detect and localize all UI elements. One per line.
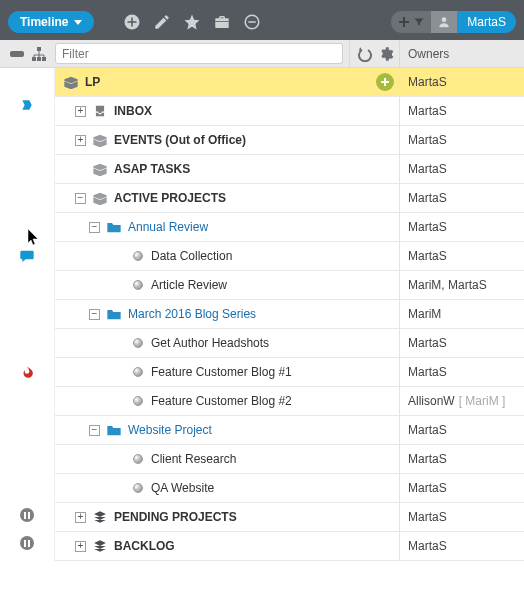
task-bullet-icon [133,251,143,261]
package-icon [92,133,108,147]
left-gutter [0,68,55,561]
row-label: Article Review [151,278,227,292]
timeline-label: Timeline [20,15,68,29]
task-bullet-icon [133,280,143,290]
tree-row[interactable]: + BACKLOG MartaS [55,532,524,561]
row-label: LP [85,75,100,89]
tree-row[interactable]: + EVENTS (Out of Office) MartaS [55,126,524,155]
timeline-dropdown[interactable]: Timeline [8,11,94,33]
tree-row[interactable]: ASAP TASKS MartaS [55,155,524,184]
expand-toggle[interactable]: + [75,512,86,523]
stack-icon [92,539,108,553]
tree-row-root[interactable]: LP MartaS [55,68,524,97]
collapse-toggle[interactable]: − [89,309,100,320]
stack-icon [92,510,108,524]
expand-toggle[interactable]: + [75,106,86,117]
expand-toggle[interactable]: + [75,541,86,552]
fire-icon[interactable] [0,364,54,380]
expand-toggle[interactable]: + [75,135,86,146]
task-bullet-icon [133,454,143,464]
owner-cell[interactable]: MartaS [399,532,524,560]
row-label: Annual Review [128,220,208,234]
tree-row[interactable]: Article Review MariM, MartaS [55,271,524,300]
package-icon [92,162,108,176]
collapse-toggle[interactable]: − [89,222,100,233]
row-label: Client Research [151,452,236,466]
owner-cell[interactable]: MartaS [399,329,524,357]
task-bullet-icon [133,483,143,493]
user-name-pill[interactable]: MartaS [457,11,516,33]
gear-icon[interactable] [378,46,394,62]
undo-icon[interactable] [356,46,372,62]
owner-cell[interactable]: MartaS [399,474,524,502]
add-icon[interactable] [118,8,146,36]
star-icon[interactable] [178,8,206,36]
add-filter-button[interactable] [391,11,431,33]
tree-row[interactable]: Data Collection MartaS [55,242,524,271]
pause-icon[interactable] [0,508,54,522]
svg-rect-10 [32,57,36,61]
svg-point-7 [442,17,447,22]
collapse-toggle[interactable]: − [75,193,86,204]
owner-cell[interactable]: MartaS [399,155,524,183]
main-toolbar: Timeline MartaS [0,4,524,40]
row-label: BACKLOG [114,539,175,553]
package-icon [92,191,108,205]
owner-cell[interactable]: MartaS [399,503,524,531]
row-label: EVENTS (Out of Office) [114,133,246,147]
remove-icon[interactable] [238,8,266,36]
filter-input[interactable] [55,43,343,64]
user-filter-pill[interactable]: MartaS [391,11,516,33]
inbox-icon [92,104,108,118]
row-label: PENDING PROJECTS [114,510,237,524]
row-label: INBOX [114,104,152,118]
task-bullet-icon [133,367,143,377]
collapse-icon[interactable] [9,46,25,62]
folder-icon [106,307,122,321]
tree-row[interactable]: + PENDING PROJECTS MartaS [55,503,524,532]
owner-cell[interactable]: MartaS [399,68,524,96]
tree-row[interactable]: − March 2016 Blog Series MariM [55,300,524,329]
comment-icon[interactable] [0,248,54,264]
owner-cell[interactable]: MartaS [399,126,524,154]
tree-row[interactable]: QA Website MartaS [55,474,524,503]
owner-cell[interactable]: MartaS [399,97,524,125]
user-icon[interactable] [431,11,457,33]
package-icon [63,75,79,89]
svg-rect-12 [42,57,46,61]
svg-rect-4 [249,21,257,23]
svg-rect-2 [128,21,137,23]
tree-row[interactable]: Get Author Headshots MartaS [55,329,524,358]
owner-cell[interactable]: MariM, MartaS [399,271,524,299]
row-label: Get Author Headshots [151,336,269,350]
owner-cell[interactable]: MartaS [399,213,524,241]
add-item-button[interactable] [376,73,394,91]
row-label: Feature Customer Blog #2 [151,394,292,408]
pause-icon[interactable] [0,536,54,550]
tree-row[interactable]: Feature Customer Blog #1 MartaS [55,358,524,387]
task-bullet-icon [133,338,143,348]
edit-icon[interactable] [148,8,176,36]
tree-row[interactable]: − ACTIVE PROJECTS MartaS [55,184,524,213]
row-label: ACTIVE PROJECTS [114,191,226,205]
owner-cell[interactable]: MartaS [399,445,524,473]
owners-column-header[interactable]: Owners [399,40,524,67]
tree-row[interactable]: − Website Project MartaS [55,416,524,445]
owner-cell[interactable]: MartaS [399,358,524,386]
owner-cell[interactable]: MartaS [399,184,524,212]
collapse-toggle[interactable]: − [89,425,100,436]
owner-cell[interactable]: MartaS [399,242,524,270]
tree-row[interactable]: − Annual Review MartaS [55,213,524,242]
briefcase-icon[interactable] [208,8,236,36]
tree-row[interactable]: + INBOX MartaS [55,97,524,126]
owner-cell[interactable]: MartaS [399,416,524,444]
tree-row[interactable]: Feature Customer Blog #2 AllisonW [ Mari… [55,387,524,416]
hierarchy-icon[interactable] [31,46,47,62]
owner-cell[interactable]: AllisonW [ MariM ] [399,387,524,415]
row-label: QA Website [151,481,214,495]
owner-cell[interactable]: MariM [399,300,524,328]
svg-rect-8 [10,51,24,57]
caret-down-icon [74,20,82,25]
tree-row[interactable]: Client Research MartaS [55,445,524,474]
bookmark-icon[interactable] [0,98,54,112]
